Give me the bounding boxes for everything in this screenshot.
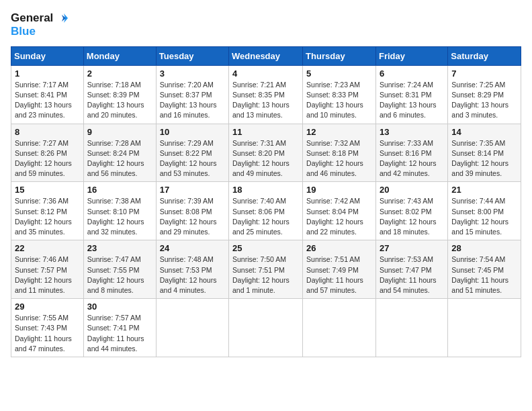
- day-info: Sunrise: 7:18 AMSunset: 8:39 PMDaylight:…: [87, 80, 152, 121]
- day-number: 15: [15, 185, 80, 195]
- logo-general: General: [11, 12, 53, 25]
- day-info: Sunrise: 7:33 AMSunset: 8:16 PMDaylight:…: [380, 138, 444, 179]
- day-info: Sunrise: 7:31 AMSunset: 8:20 PMDaylight:…: [232, 138, 299, 179]
- day-cell-8: 8Sunrise: 7:27 AMSunset: 8:26 PMDaylight…: [11, 124, 84, 182]
- day-number: 8: [15, 127, 80, 137]
- day-info: Sunrise: 7:46 AMSunset: 7:57 PMDaylight:…: [15, 255, 80, 295]
- logo-bird-icon: [54, 11, 69, 26]
- day-number: 27: [380, 243, 444, 253]
- day-cell-13: 13Sunrise: 7:33 AMSunset: 8:16 PMDayligh…: [375, 124, 447, 182]
- empty-cell: [375, 299, 447, 357]
- day-info: Sunrise: 7:50 AMSunset: 7:51 PMDaylight:…: [232, 255, 299, 295]
- day-number: 14: [451, 127, 517, 137]
- logo-blue: Blue: [11, 26, 69, 38]
- day-number: 16: [87, 185, 152, 195]
- day-number: 4: [232, 68, 299, 79]
- day-info: Sunrise: 7:48 AMSunset: 7:53 PMDaylight:…: [160, 255, 225, 295]
- day-info: Sunrise: 7:42 AMSunset: 8:04 PMDaylight:…: [306, 196, 372, 237]
- empty-cell: [448, 299, 521, 357]
- day-number: 18: [232, 185, 299, 195]
- weekday-header-tuesday: Tuesday: [156, 46, 228, 65]
- day-cell-4: 4Sunrise: 7:21 AMSunset: 8:35 PMDaylight…: [229, 65, 303, 124]
- day-cell-7: 7Sunrise: 7:25 AMSunset: 8:29 PMDaylight…: [448, 65, 521, 124]
- weekday-header-saturday: Saturday: [448, 46, 521, 65]
- weekday-header-friday: Friday: [375, 46, 447, 65]
- weekday-header-thursday: Thursday: [303, 46, 376, 65]
- day-info: Sunrise: 7:35 AMSunset: 8:14 PMDaylight:…: [451, 138, 517, 179]
- day-cell-24: 24Sunrise: 7:48 AMSunset: 7:53 PMDayligh…: [156, 240, 228, 299]
- day-cell-15: 15Sunrise: 7:36 AMSunset: 8:12 PMDayligh…: [11, 182, 84, 240]
- calendar-week-1: 1Sunrise: 7:17 AMSunset: 8:41 PMDaylight…: [11, 65, 521, 124]
- day-number: 6: [380, 68, 444, 79]
- day-number: 21: [451, 185, 517, 195]
- day-cell-3: 3Sunrise: 7:20 AMSunset: 8:37 PMDaylight…: [156, 65, 228, 124]
- calendar-week-5: 29Sunrise: 7:55 AMSunset: 7:43 PMDayligh…: [11, 299, 521, 357]
- weekday-header-wednesday: Wednesday: [229, 46, 303, 65]
- day-cell-20: 20Sunrise: 7:43 AMSunset: 8:02 PMDayligh…: [375, 182, 447, 240]
- day-cell-21: 21Sunrise: 7:44 AMSunset: 8:00 PMDayligh…: [448, 182, 521, 240]
- page-header: General Blue: [11, 11, 521, 38]
- day-number: 7: [451, 68, 517, 79]
- day-info: Sunrise: 7:17 AMSunset: 8:41 PMDaylight:…: [15, 80, 80, 121]
- calendar-week-2: 8Sunrise: 7:27 AMSunset: 8:26 PMDaylight…: [11, 124, 521, 182]
- day-number: 19: [306, 185, 372, 195]
- day-cell-6: 6Sunrise: 7:24 AMSunset: 8:31 PMDaylight…: [375, 65, 447, 124]
- weekday-header-row: SundayMondayTuesdayWednesdayThursdayFrid…: [11, 46, 521, 65]
- day-number: 28: [451, 243, 517, 253]
- empty-cell: [156, 299, 228, 357]
- day-number: 17: [160, 185, 225, 195]
- day-number: 23: [87, 243, 152, 253]
- day-number: 10: [160, 127, 225, 137]
- day-number: 5: [306, 68, 372, 79]
- day-number: 22: [15, 243, 80, 253]
- day-cell-27: 27Sunrise: 7:53 AMSunset: 7:47 PMDayligh…: [375, 240, 447, 299]
- day-cell-18: 18Sunrise: 7:40 AMSunset: 8:06 PMDayligh…: [229, 182, 303, 240]
- day-info: Sunrise: 7:39 AMSunset: 8:08 PMDaylight:…: [160, 196, 225, 237]
- day-info: Sunrise: 7:51 AMSunset: 7:49 PMDaylight:…: [306, 255, 372, 295]
- day-info: Sunrise: 7:23 AMSunset: 8:33 PMDaylight:…: [306, 80, 372, 121]
- day-info: Sunrise: 7:24 AMSunset: 8:31 PMDaylight:…: [380, 80, 444, 121]
- day-cell-29: 29Sunrise: 7:55 AMSunset: 7:43 PMDayligh…: [11, 299, 84, 357]
- day-number: 26: [306, 243, 372, 253]
- day-cell-9: 9Sunrise: 7:28 AMSunset: 8:24 PMDaylight…: [83, 124, 156, 182]
- day-number: 11: [232, 127, 299, 137]
- weekday-header-sunday: Sunday: [11, 46, 84, 65]
- day-cell-30: 30Sunrise: 7:57 AMSunset: 7:41 PMDayligh…: [83, 299, 156, 357]
- day-cell-22: 22Sunrise: 7:46 AMSunset: 7:57 PMDayligh…: [11, 240, 84, 299]
- day-info: Sunrise: 7:21 AMSunset: 8:35 PMDaylight:…: [232, 80, 299, 121]
- day-info: Sunrise: 7:44 AMSunset: 8:00 PMDaylight:…: [451, 196, 517, 237]
- calendar-table: SundayMondayTuesdayWednesdayThursdayFrid…: [11, 46, 521, 357]
- day-number: 29: [15, 302, 80, 312]
- empty-cell: [303, 299, 376, 357]
- day-cell-11: 11Sunrise: 7:31 AMSunset: 8:20 PMDayligh…: [229, 124, 303, 182]
- logo: General Blue: [11, 11, 69, 38]
- day-info: Sunrise: 7:36 AMSunset: 8:12 PMDaylight:…: [15, 196, 80, 237]
- day-info: Sunrise: 7:38 AMSunset: 8:10 PMDaylight:…: [87, 196, 152, 237]
- day-cell-1: 1Sunrise: 7:17 AMSunset: 8:41 PMDaylight…: [11, 65, 84, 124]
- day-cell-10: 10Sunrise: 7:29 AMSunset: 8:22 PMDayligh…: [156, 124, 228, 182]
- day-number: 13: [380, 127, 444, 137]
- calendar-week-3: 15Sunrise: 7:36 AMSunset: 8:12 PMDayligh…: [11, 182, 521, 240]
- day-number: 3: [160, 68, 225, 79]
- day-cell-25: 25Sunrise: 7:50 AMSunset: 7:51 PMDayligh…: [229, 240, 303, 299]
- day-cell-12: 12Sunrise: 7:32 AMSunset: 8:18 PMDayligh…: [303, 124, 376, 182]
- day-info: Sunrise: 7:20 AMSunset: 8:37 PMDaylight:…: [160, 80, 225, 121]
- weekday-header-monday: Monday: [83, 46, 156, 65]
- day-number: 1: [15, 68, 80, 79]
- calendar-week-4: 22Sunrise: 7:46 AMSunset: 7:57 PMDayligh…: [11, 240, 521, 299]
- day-cell-23: 23Sunrise: 7:47 AMSunset: 7:55 PMDayligh…: [83, 240, 156, 299]
- day-cell-26: 26Sunrise: 7:51 AMSunset: 7:49 PMDayligh…: [303, 240, 376, 299]
- day-cell-2: 2Sunrise: 7:18 AMSunset: 8:39 PMDaylight…: [83, 65, 156, 124]
- day-cell-16: 16Sunrise: 7:38 AMSunset: 8:10 PMDayligh…: [83, 182, 156, 240]
- day-cell-5: 5Sunrise: 7:23 AMSunset: 8:33 PMDaylight…: [303, 65, 376, 124]
- day-number: 12: [306, 127, 372, 137]
- day-number: 20: [380, 185, 444, 195]
- day-info: Sunrise: 7:32 AMSunset: 8:18 PMDaylight:…: [306, 138, 372, 179]
- day-number: 9: [87, 127, 152, 137]
- day-info: Sunrise: 7:28 AMSunset: 8:24 PMDaylight:…: [87, 138, 152, 179]
- day-info: Sunrise: 7:47 AMSunset: 7:55 PMDaylight:…: [87, 255, 152, 295]
- day-info: Sunrise: 7:57 AMSunset: 7:41 PMDaylight:…: [87, 313, 152, 354]
- day-info: Sunrise: 7:29 AMSunset: 8:22 PMDaylight:…: [160, 138, 225, 179]
- day-info: Sunrise: 7:40 AMSunset: 8:06 PMDaylight:…: [232, 196, 299, 237]
- day-info: Sunrise: 7:43 AMSunset: 8:02 PMDaylight:…: [380, 196, 444, 237]
